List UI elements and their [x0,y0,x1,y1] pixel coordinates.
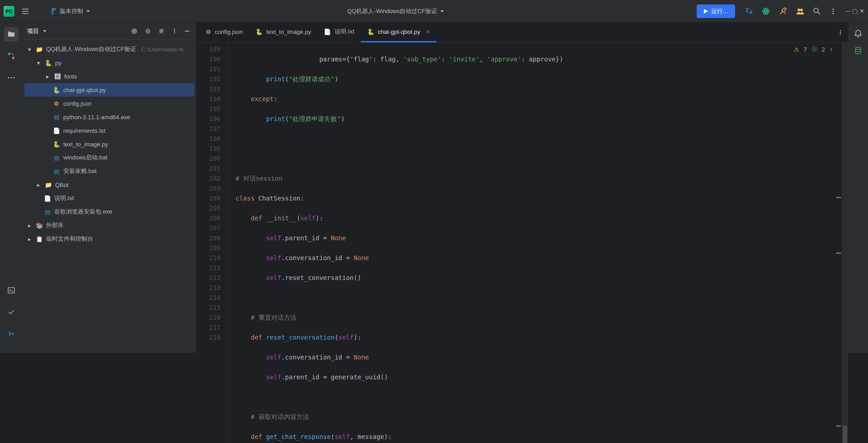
svg-point-13 [11,77,12,79]
tree-file-install-bat[interactable]: ▤安装依赖.bat [24,164,194,178]
terminal-tool-button[interactable] [4,283,19,298]
project-tool-button[interactable] [4,27,19,42]
svg-point-18 [174,28,175,30]
svg-point-20 [174,32,175,33]
text-file-icon: 📄 [52,127,61,134]
svg-point-4 [797,9,800,11]
hide-panel-button[interactable] [183,27,192,36]
weak-warning-icon: Ⓐ [811,45,817,53]
bat-file-icon: ▤ [52,154,61,161]
svg-point-17 [133,30,135,32]
svg-rect-10 [8,53,10,55]
select-opened-file-button[interactable] [129,26,139,36]
scroll-thumb[interactable] [843,425,847,443]
warning-icon: ⚠ [794,46,799,53]
tree-external-libraries[interactable]: ▸📚外部库 [24,219,194,232]
svg-point-22 [840,32,841,33]
folder-icon: 🅰 [53,73,61,80]
maximize-button[interactable]: ▢ [852,8,858,14]
exe-file-icon: ▤ [43,209,52,215]
exe-file-icon: ▤ [52,114,61,121]
svg-point-24 [855,47,861,50]
vertical-scrollbar[interactable] [842,42,848,443]
project-panel-title: 项目 [27,27,39,35]
project-panel: 项目 ▾ 📁 QQ机器人-Windows自动过CF验证 C:\Users\woo… [23,23,197,353]
tools-icon[interactable] [778,7,788,16]
editor-area: ⚙ config.json 🐍 text_to_image.py 📄 说明.tx… [197,23,848,353]
minimize-button[interactable]: ─ [846,8,850,14]
python-file-icon: 🐍 [52,87,61,93]
tree-root[interactable]: ▾ 📁 QQ机器人-Windows自动过CF验证 C:\Users\woo-m [24,42,194,56]
structure-tool-button[interactable] [4,49,19,63]
marker-strip[interactable] [835,42,842,443]
chevron-down-icon[interactable] [42,29,47,33]
close-tab-button[interactable]: ✕ [425,28,430,35]
app-logo: PC [4,6,14,17]
tree-folder-py[interactable]: ▾🐍py [24,56,194,70]
project-tree: ▾ 📁 QQ机器人-Windows自动过CF验证 C:\Users\woo-m … [23,40,196,248]
tree-file-text-to-image[interactable]: 🐍text_to_image.py [24,137,194,151]
svg-point-23 [840,33,841,35]
database-tool-button[interactable] [854,46,863,55]
tab-text-to-image[interactable]: 🐍 text_to_image.py [249,23,317,42]
tab-config-json[interactable]: ⚙ config.json [199,23,249,42]
project-title[interactable]: QQ机器人-Windows自动过CF验证 [347,7,437,15]
svg-point-3 [765,10,766,12]
tree-file-chat-gpt-qbot[interactable]: 🐍chat-gpt-qbot.py [24,83,194,97]
play-icon [703,9,708,14]
tab-options-button[interactable] [833,29,848,36]
json-file-icon: ⚙ [206,28,211,35]
search-icon[interactable] [813,7,821,15]
left-tool-rail [0,23,23,353]
notifications-button[interactable] [854,29,863,38]
tab-chat-gpt-qbot[interactable]: 🐍 chat-gpt-qbot.py ✕ [361,23,437,42]
right-tool-rail [848,23,868,353]
code-content[interactable]: params={'flag': flag, 'sub_type': 'invit… [228,42,835,443]
tab-readme-txt[interactable]: 📄 说明.txt [317,23,360,42]
collapse-all-button[interactable] [156,26,166,36]
main-menu-button[interactable] [18,4,33,19]
json-file-icon: ⚙ [52,100,61,107]
tree-folder-fonts[interactable]: ▸🅰fonts [24,70,194,83]
svg-point-5 [800,9,803,11]
main-area: 项目 ▾ 📁 QQ机器人-Windows自动过CF验证 C:\Users\woo… [0,23,868,353]
tree-file-chrome-exe[interactable]: ▤谷歌浏览器安装包.exe [24,205,194,219]
tree-folder-qbot[interactable]: ▸📁QBot [24,178,194,191]
close-button[interactable]: ✕ [859,8,864,14]
tree-file-windows-bat[interactable]: ▤windows启动.bat [24,151,194,164]
editor-tabs: ⚙ config.json 🐍 text_to_image.py 📄 说明.tx… [197,23,848,42]
svg-point-7 [832,8,834,9]
tree-file-readme[interactable]: 📄说明.txt [24,191,194,205]
run-button[interactable]: 运行… [697,5,735,18]
chevron-down-icon[interactable] [440,9,444,14]
tree-file-python-exe[interactable]: ▤python-3.11.1-amd64.exe [24,110,194,124]
problems-tool-button[interactable] [4,305,19,319]
more-icon[interactable] [829,7,837,15]
tree-file-config[interactable]: ⚙config.json [24,97,194,110]
folder-icon: 📁 [44,182,52,188]
more-tool-button[interactable] [4,70,19,85]
expand-all-button[interactable] [143,26,153,36]
python-folder-icon: 🐍 [44,60,52,66]
inspection-status[interactable]: ⚠7 Ⓐ2 ↑ ↓ [794,45,840,53]
atom-icon[interactable] [761,7,770,16]
tree-file-requirements[interactable]: 📄requirements.txt [24,124,194,137]
bat-file-icon: ▤ [52,168,61,175]
tree-scratches[interactable]: ▸📋临时文件和控制台 [24,232,194,246]
translate-icon[interactable] [744,7,753,16]
svg-point-21 [840,30,841,31]
library-icon: 📚 [35,222,43,229]
panel-options-button[interactable] [170,27,179,36]
chevron-down-icon [86,9,90,14]
people-icon[interactable] [796,7,805,16]
code-editor[interactable]: 1891901911921931941951961971981992002012… [197,42,835,443]
svg-point-16 [132,29,137,33]
line-gutter: 1891901911921931941951961971981992002012… [197,42,228,443]
python-file-icon: 🐍 [52,141,61,148]
nav-up-button[interactable]: ↑ [830,46,833,53]
titlebar: PC 版本控制 QQ机器人-Windows自动过CF验证 运行… ─ ▢ ✕ [0,0,868,23]
python-file-icon: 🐍 [367,28,374,35]
version-control-dropdown[interactable]: 版本控制 [45,5,95,17]
svg-point-12 [8,77,9,79]
vcs-tool-button[interactable] [4,326,19,341]
